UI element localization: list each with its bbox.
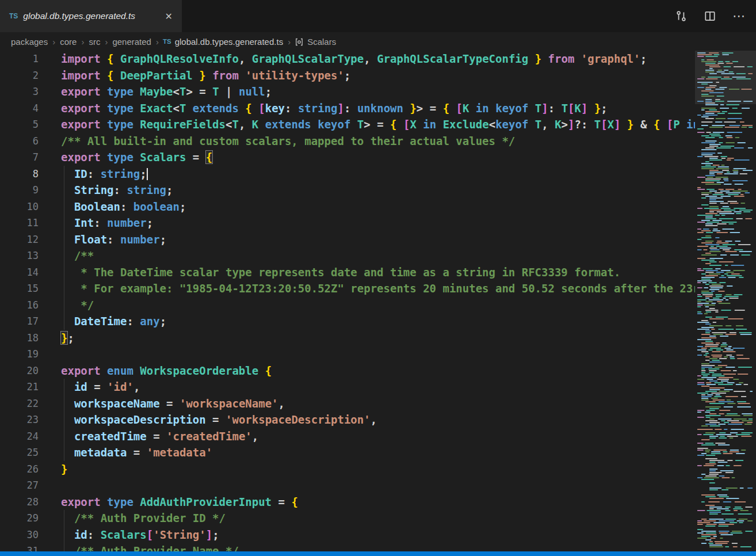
compare-changes-icon[interactable]: [674, 9, 688, 23]
more-actions-icon[interactable]: ⋯: [732, 9, 746, 23]
line-number: 24: [0, 428, 51, 445]
code-text: workspaceDescription = 'workspaceDescrip…: [51, 412, 695, 428]
split-editor-icon[interactable]: [703, 9, 717, 23]
editor-actions: ⋯: [674, 0, 756, 32]
code-line[interactable]: 13 /**: [0, 247, 695, 264]
code-line[interactable]: 3export type Maybe<T> = T | null;: [0, 83, 695, 100]
line-number: 31: [0, 543, 51, 551]
indent-guide: [64, 199, 64, 215]
indent-guide: [64, 313, 64, 330]
code-line[interactable]: 28export type AddAuthProviderInput = {: [0, 494, 695, 511]
breadcrumb-separator: ›: [288, 37, 291, 47]
line-number: 6: [0, 133, 51, 150]
indent-guide: [64, 264, 64, 281]
code-text: workspaceName = 'workspaceName',: [51, 395, 695, 412]
code-text: /** Auth Provider ID */: [51, 510, 695, 527]
code-text: import { GraphQLResolveInfo, GraphQLScal…: [51, 51, 695, 67]
indent-guide: [64, 280, 64, 297]
status-bar[interactable]: [0, 551, 756, 556]
code-line[interactable]: 19: [0, 346, 695, 363]
text-cursor: [147, 168, 148, 180]
code-text: ID: string;: [51, 166, 695, 182]
tab-title: global.db.types.generated.ts: [23, 11, 157, 21]
code-line[interactable]: 8 ID: string;: [0, 166, 695, 182]
breadcrumb-separator: ›: [156, 37, 159, 47]
code-text: [51, 346, 695, 363]
code-text: export type Exact<T extends { [key: stri…: [51, 100, 695, 117]
code-line[interactable]: 17 DateTime: any;: [0, 313, 695, 330]
code-line[interactable]: 30 id: Scalars['String'];: [0, 527, 695, 543]
line-number: 3: [0, 83, 51, 100]
breadcrumb-item-core[interactable]: core: [59, 37, 77, 47]
line-number: 17: [0, 313, 51, 330]
indent-guide: [64, 527, 64, 543]
line-number: 5: [0, 116, 51, 133]
line-number: 22: [0, 395, 51, 412]
minimap-slider[interactable]: [695, 51, 756, 104]
code-line[interactable]: 12 Float: number;: [0, 231, 695, 248]
tab-global-db-types[interactable]: TS global.db.types.generated.ts ✕: [0, 0, 182, 32]
code-line[interactable]: 26}: [0, 461, 695, 478]
code-text: Int: number;: [51, 215, 695, 231]
indent-guide: [64, 379, 64, 395]
code-text: DateTime: any;: [51, 313, 695, 330]
code-line[interactable]: 15 * For example: "1985-04-12T23:20:50.5…: [0, 280, 695, 297]
indent-guide: [64, 231, 64, 248]
indent-guide: [64, 166, 64, 182]
code-lines[interactable]: 1import { GraphQLResolveInfo, GraphQLSca…: [0, 51, 695, 551]
code-text: Boolean: boolean;: [51, 199, 695, 215]
indent-guide: [64, 297, 64, 314]
line-number: 11: [0, 215, 51, 231]
line-number: 30: [0, 527, 51, 543]
breadcrumb-item-generated[interactable]: generated: [112, 37, 152, 47]
code-line[interactable]: 2import { DeepPartial } from 'utility-ty…: [0, 67, 695, 84]
symbol-type-icon: [295, 37, 304, 47]
line-number: 15: [0, 280, 51, 297]
code-line[interactable]: 29 /** Auth Provider ID */: [0, 510, 695, 527]
line-number: 26: [0, 461, 51, 478]
line-number: 12: [0, 231, 51, 248]
code-line[interactable]: 31 /** Auth Provider Name */: [0, 543, 695, 551]
code-line[interactable]: 25 metadata = 'metadata': [0, 444, 695, 461]
line-number: 4: [0, 100, 51, 117]
breadcrumb-item-src[interactable]: src: [88, 37, 101, 47]
code-line[interactable]: 10 Boolean: boolean;: [0, 199, 695, 215]
line-number: 19: [0, 346, 51, 363]
line-number: 29: [0, 510, 51, 527]
code-line[interactable]: 20export enum WorkspaceOrderable {: [0, 363, 695, 379]
breadcrumb-item-file[interactable]: global.db.types.generated.ts: [174, 37, 284, 47]
code-line[interactable]: 6/** All built-in and custom scalars, ma…: [0, 133, 695, 150]
line-number: 21: [0, 379, 51, 395]
code-line[interactable]: 16 */: [0, 297, 695, 314]
minimap[interactable]: [695, 51, 756, 551]
code-line[interactable]: 27: [0, 477, 695, 494]
code-text: String: string;: [51, 182, 695, 199]
typescript-file-icon: TS: [9, 12, 18, 20]
code-line[interactable]: 4export type Exact<T extends { [key: str…: [0, 100, 695, 117]
close-tab-icon[interactable]: ✕: [163, 10, 175, 23]
breadcrumb-item-packages[interactable]: packages: [10, 37, 48, 47]
code-text: export type AddAuthProviderInput = {: [51, 494, 695, 511]
breadcrumb-item-symbol[interactable]: Scalars: [307, 37, 337, 47]
line-number: 23: [0, 412, 51, 428]
code-line[interactable]: 24 createdTime = 'createdTime',: [0, 428, 695, 445]
code-line[interactable]: 14 * The DateTime scalar type represents…: [0, 264, 695, 281]
code-line[interactable]: 5export type RequireFields<T, K extends …: [0, 116, 695, 133]
code-line[interactable]: 22 workspaceName = 'workspaceName',: [0, 395, 695, 412]
line-number: 13: [0, 247, 51, 264]
indent-guide: [64, 543, 64, 551]
code-line[interactable]: 21 id = 'id',: [0, 379, 695, 395]
code-line[interactable]: 7export type Scalars = {: [0, 149, 695, 166]
line-number: 20: [0, 363, 51, 379]
code-text: }: [51, 461, 695, 478]
tab-bar: TS global.db.types.generated.ts ✕ ⋯: [0, 0, 756, 32]
code-line[interactable]: 11 Int: number;: [0, 215, 695, 231]
code-line[interactable]: 23 workspaceDescription = 'workspaceDesc…: [0, 412, 695, 428]
code-line[interactable]: 1import { GraphQLResolveInfo, GraphQLSca…: [0, 51, 695, 67]
code-line[interactable]: 18};: [0, 330, 695, 346]
line-number: 25: [0, 444, 51, 461]
indent-guide: [64, 444, 64, 461]
code-text: export type Maybe<T> = T | null;: [51, 83, 695, 100]
line-number: 1: [0, 51, 51, 67]
code-line[interactable]: 9 String: string;: [0, 182, 695, 199]
